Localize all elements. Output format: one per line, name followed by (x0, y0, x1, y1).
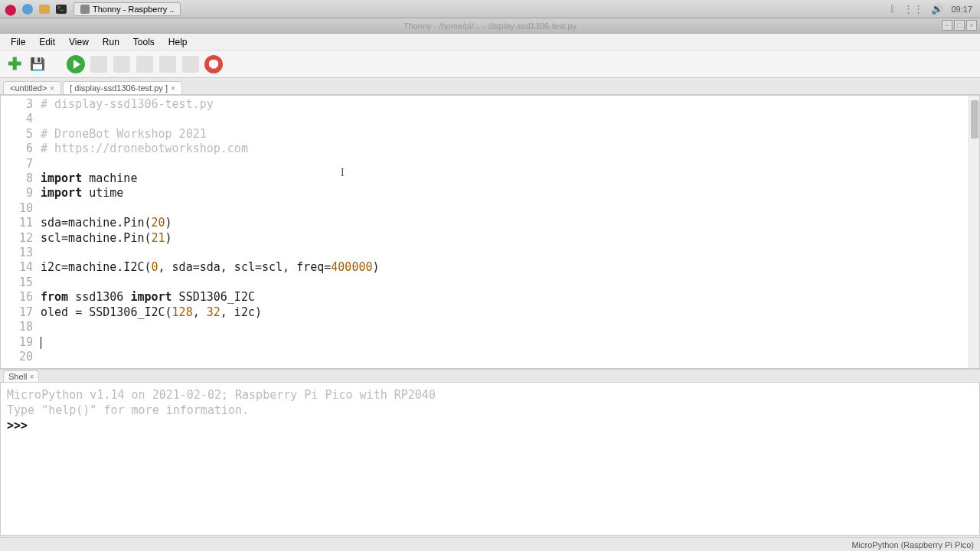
shell-tab[interactable]: Shell × (3, 370, 39, 382)
volume-icon[interactable]: 🔊 (931, 3, 943, 15)
new-file-button[interactable]: ✚ (5, 54, 24, 74)
stop-button[interactable] (204, 54, 224, 74)
shell-tabs: Shell × (0, 369, 980, 383)
menu-view[interactable]: View (63, 35, 95, 49)
menubar: File Edit View Run Tools Help (0, 34, 980, 51)
tab-untitled[interactable]: <untitled> × (3, 81, 61, 94)
system-taskbar: ⬤ Thonny - Raspberry .. ᛒ ⋮⋮ 🔊 09:17 (0, 0, 980, 18)
window-controls: – ▢ × (942, 20, 977, 31)
backend-indicator[interactable]: MicroPython (Raspberry Pi Pico) (851, 540, 974, 549)
wifi-icon[interactable]: ⋮⋮ (903, 3, 923, 15)
statusbar: MicroPython (Raspberry Pi Pico) (0, 537, 980, 551)
tab-close-icon[interactable]: × (171, 84, 175, 93)
menu-run[interactable]: Run (96, 35, 126, 49)
browser-icon[interactable] (20, 2, 35, 17)
taskbar-launchers: ⬤ Thonny - Raspberry .. (0, 2, 181, 17)
terminal-icon[interactable] (54, 2, 69, 17)
clock[interactable]: 09:17 (951, 5, 972, 14)
close-button[interactable]: × (966, 20, 977, 31)
window-title: Thonny - /home/pi/... - display-ssd1306-… (403, 21, 577, 31)
save-button[interactable]: 💾 (28, 54, 47, 74)
shell-banner-line: Type "help()" for more information. (7, 403, 973, 418)
scrollbar-thumb[interactable] (971, 100, 978, 139)
maximize-button[interactable]: ▢ (954, 20, 965, 31)
step-into-button (135, 54, 155, 74)
tab-close-icon[interactable]: × (30, 373, 34, 381)
tab-label: [ display-ssd1306-test.py ] (70, 83, 168, 93)
step-out-button (158, 54, 178, 74)
menu-tools[interactable]: Tools (127, 35, 161, 49)
shell-prompt: >>> (7, 419, 28, 432)
resume-button (181, 54, 201, 74)
thonny-icon (80, 5, 90, 14)
tab-label: <untitled> (10, 83, 47, 93)
menu-help[interactable]: Help (162, 35, 194, 49)
shell[interactable]: MicroPython v1.14 on 2021-02-02; Raspber… (0, 383, 980, 536)
step-over-button (112, 54, 132, 74)
line-gutter: 34567891011121314151617181920 (1, 96, 38, 368)
tab-close-icon[interactable]: × (50, 84, 54, 93)
taskbar-app-label: Thonny - Raspberry .. (93, 5, 174, 14)
minimize-button[interactable]: – (942, 20, 952, 31)
raspberry-menu-icon[interactable]: ⬤ (3, 2, 18, 17)
code-editor[interactable]: 34567891011121314151617181920 # display-… (0, 95, 980, 369)
file-manager-icon[interactable] (37, 2, 52, 17)
editor-scrollbar[interactable] (969, 96, 979, 368)
debug-button (89, 54, 109, 74)
text-cursor-icon (341, 166, 341, 178)
toolbar: ✚ 💾 (0, 51, 980, 78)
tab-file[interactable]: [ display-ssd1306-test.py ] × (63, 81, 182, 94)
editor-tabs: <untitled> × [ display-ssd1306-test.py ]… (0, 78, 980, 95)
bluetooth-icon[interactable]: ᛒ (890, 3, 896, 15)
menu-file[interactable]: File (5, 35, 31, 49)
menu-edit[interactable]: Edit (33, 35, 61, 49)
shell-tab-label: Shell (8, 372, 27, 381)
code-content[interactable]: # display-ssd1306-test.py # DroneBot Wor… (38, 96, 969, 368)
shell-banner-line: MicroPython v1.14 on 2021-02-02; Raspber… (7, 387, 973, 403)
window-titlebar: Thonny - /home/pi/... - display-ssd1306-… (0, 18, 980, 34)
system-tray: ᛒ ⋮⋮ 🔊 09:17 (890, 3, 980, 15)
run-button[interactable] (66, 54, 86, 74)
taskbar-app-thonny[interactable]: Thonny - Raspberry .. (74, 2, 181, 16)
